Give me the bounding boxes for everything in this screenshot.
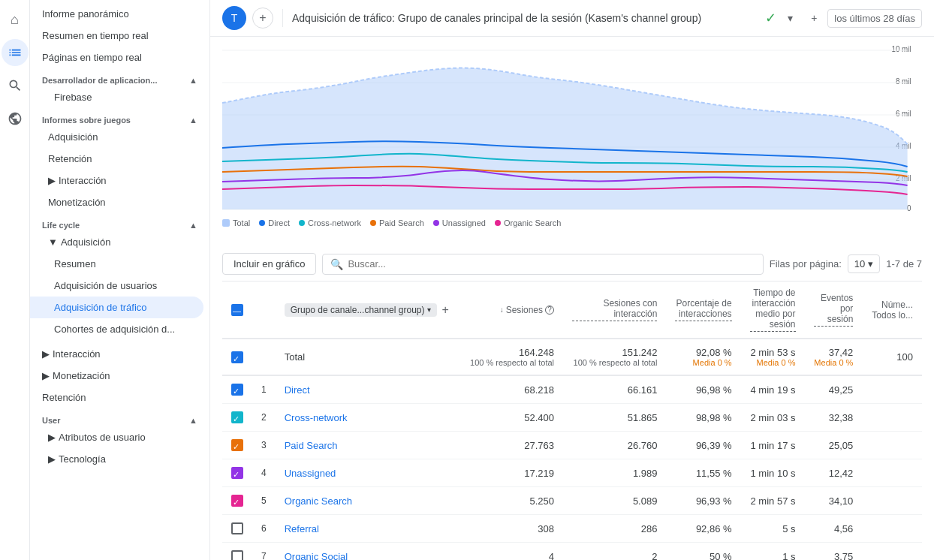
- sidebar-item-monetizacion-lifecycle[interactable]: ▶ Monetización: [30, 365, 203, 387]
- channel-link[interactable]: Direct: [285, 384, 310, 396]
- engaged-sessions-header[interactable]: Sesiones con: [572, 298, 657, 309]
- total-avg-sub: Media 0 %: [750, 358, 796, 367]
- total-checkbox[interactable]: ✓: [231, 351, 243, 363]
- legend-direct[interactable]: Direct: [259, 218, 290, 227]
- row-avg-cell: 2 min 03 s: [741, 404, 805, 432]
- home-icon[interactable]: ⌂: [2, 6, 29, 33]
- total-rate-sub: Media 0 %: [675, 358, 731, 367]
- row-rate-cell: 96,93 %: [666, 487, 740, 515]
- row-checkbox[interactable]: ✓: [231, 384, 243, 396]
- avatar[interactable]: T: [222, 6, 246, 30]
- select-all-checkbox[interactable]: —: [231, 304, 243, 316]
- row-num2-cell: [862, 487, 922, 515]
- filter-dropdown-icon[interactable]: ▾: [779, 8, 800, 29]
- configure-icon[interactable]: [2, 105, 29, 132]
- row-checkbox[interactable]: ✓: [231, 495, 243, 507]
- sidebar-item-retencion-lifecycle[interactable]: Retención: [30, 387, 203, 408]
- sidebar-item-retencion-juegos[interactable]: Retención: [30, 148, 203, 170]
- col-num2: Núme... Todos lo...: [862, 282, 922, 339]
- chart-area: 10 mil 8 mil 6 mil 4 mil 2 mil 0: [210, 37, 934, 247]
- row-checkbox[interactable]: ✓: [231, 467, 243, 479]
- events-per-session-header[interactable]: Eventos: [814, 293, 854, 303]
- row-checkbox[interactable]: [231, 522, 243, 534]
- row-engaged-cell: 1.989: [563, 459, 666, 487]
- channel-link[interactable]: Paid Search: [285, 440, 338, 451]
- sidebar-item-adquisicion-juegos[interactable]: Adquisición: [30, 126, 203, 148]
- legend-unassigned-label: Unassigned: [442, 218, 486, 227]
- legend-organic-label: Organic Search: [504, 218, 561, 227]
- include-in-chart-button[interactable]: Incluir en gráfico: [222, 253, 316, 275]
- row-rate-cell: 98,98 %: [666, 404, 740, 432]
- engagement-rate-header[interactable]: Porcentaje de: [675, 298, 731, 309]
- channel-link[interactable]: Unassigned: [285, 468, 336, 479]
- total-events-sub: Media 0 %: [814, 358, 854, 367]
- analytics-icon[interactable]: [2, 39, 29, 66]
- sidebar-item-tecnologia[interactable]: ▶ Tecnología: [30, 448, 203, 470]
- col-engaged-sessions: Sesiones con interacción: [563, 282, 666, 339]
- legend-paid-icon: [370, 220, 376, 226]
- channel-link[interactable]: Organic Search: [285, 495, 352, 507]
- total-sessions-sub: 100 % respecto al total: [469, 358, 554, 367]
- row-checkbox[interactable]: ✓: [231, 439, 243, 451]
- table-body: ✓ Total 164.248 100 % respecto al total …: [222, 339, 922, 560]
- row-sessions-cell: 52.400: [460, 404, 563, 432]
- sidebar-item-cohortes[interactable]: Cohortes de adquisición d...: [30, 318, 203, 340]
- legend-unassigned[interactable]: Unassigned: [433, 218, 486, 227]
- search-input[interactable]: [348, 258, 755, 269]
- total-avg-cell: 2 min 53 s Media 0 %: [741, 339, 805, 375]
- add-dimension-icon[interactable]: +: [441, 303, 448, 317]
- legend-cross-network[interactable]: Cross-network: [299, 218, 361, 227]
- row-checkbox[interactable]: [231, 550, 243, 560]
- rows-per-page-select[interactable]: 10 ▾: [848, 254, 880, 273]
- num2-header[interactable]: Núme...: [871, 300, 913, 310]
- sidebar-item-adquisicion-usuarios[interactable]: Adquisición de usuarios: [30, 275, 203, 297]
- expand-arrow-atributos-icon: ▶: [48, 432, 56, 443]
- legend-organic-search[interactable]: Organic Search: [495, 218, 561, 227]
- total-rate-cell: 92,08 % Media 0 %: [666, 339, 740, 375]
- nav-group-lifecycle[interactable]: Life cycle ▲: [30, 213, 209, 231]
- legend-paid-search[interactable]: Paid Search: [370, 218, 424, 227]
- rows-value: 10: [854, 258, 865, 269]
- row-events-cell: 32,38: [805, 404, 863, 432]
- channel-link[interactable]: Referral: [285, 523, 319, 534]
- row-checkbox[interactable]: ✓: [231, 411, 243, 423]
- channel-link[interactable]: Organic Social: [285, 551, 348, 561]
- row-checkbox-cell: ✓: [222, 375, 252, 404]
- nav-group-desarrollador[interactable]: Desarrollador de aplicacion... ▲: [30, 68, 209, 86]
- sidebar-item-informe-panoramico[interactable]: Informe panorámico: [30, 3, 203, 25]
- date-filter[interactable]: los últimos 28 días: [827, 9, 922, 28]
- legend-total[interactable]: Total: [222, 218, 250, 227]
- row-engaged-cell: 5.089: [563, 487, 666, 515]
- row-engaged-cell: 66.161: [563, 375, 666, 404]
- nav-group-user[interactable]: User ▲: [30, 408, 209, 426]
- sidebar-item-interaccion-juegos[interactable]: ▶ Interacción: [30, 170, 203, 191]
- chart-container: 10 mil 8 mil 6 mil 4 mil 2 mil 0: [222, 43, 922, 215]
- row-sessions-cell: 308: [460, 515, 563, 543]
- row-sessions-cell: 68.218: [460, 375, 563, 404]
- col-checkbox: —: [222, 282, 252, 339]
- search-box: 🔍: [322, 254, 763, 275]
- sidebar-item-resumen[interactable]: Resumen: [30, 253, 203, 275]
- search-data-icon[interactable]: [2, 72, 29, 99]
- sidebar-item-paginas-tiempo-real[interactable]: Páginas en tiempo real: [30, 47, 203, 68]
- sidebar-item-adquisicion-trafico[interactable]: Adquisición de tráfico: [30, 297, 203, 318]
- table-row: ✓ 2 Cross-network 52.400 51.865 98,98 % …: [222, 404, 922, 432]
- sidebar-item-atributos-usuario[interactable]: ▶ Atributos de usuario: [30, 426, 203, 448]
- avg-engagement-header[interactable]: Tiempo de: [750, 288, 796, 298]
- col-channel: Grupo de canale...channel group) ▾ +: [276, 282, 460, 339]
- add-comparison-icon[interactable]: +: [803, 8, 824, 29]
- sidebar-item-monetizacion-juegos[interactable]: Monetización: [30, 191, 203, 213]
- svg-text:0: 0: [907, 204, 911, 212]
- channel-link[interactable]: Cross-network: [285, 412, 348, 423]
- sidebar-item-firebase[interactable]: Firebase: [30, 86, 203, 108]
- sidebar-item-interaccion-lifecycle[interactable]: ▶ Interacción: [30, 343, 203, 365]
- legend-total-icon: [222, 219, 230, 227]
- legend-organic-icon: [495, 220, 501, 226]
- sessions-header[interactable]: Sesiones: [506, 305, 543, 315]
- add-tab-button[interactable]: +: [252, 8, 273, 29]
- dimension-chip[interactable]: Grupo de canale...channel group) ▾: [285, 303, 438, 317]
- sidebar-item-adquisicion-lifecycle[interactable]: ▼ Adquisición: [30, 231, 203, 253]
- sidebar-item-resumen-tiempo-real[interactable]: Resumen en tiempo real: [30, 25, 203, 47]
- nav-group-juegos[interactable]: Informes sobre juegos ▲: [30, 108, 209, 126]
- row-num-cell: 2: [252, 404, 276, 432]
